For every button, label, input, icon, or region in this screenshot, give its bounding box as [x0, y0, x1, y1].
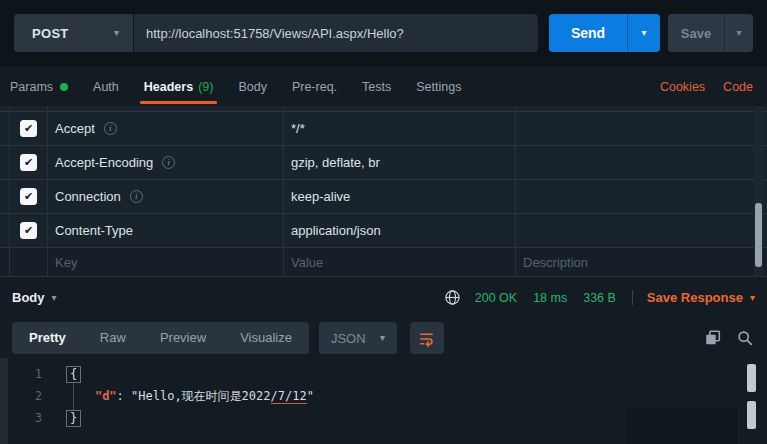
status-badge[interactable]: 200 OK [475, 291, 517, 305]
column-divider [283, 106, 284, 277]
url-text: http://localhost:51758/Views/API.aspx/He… [146, 26, 404, 41]
wrap-lines-button[interactable] [410, 322, 444, 354]
tab-label: Headers [144, 80, 193, 94]
response-section-select[interactable]: Body ▾ [12, 290, 57, 305]
save-response-button[interactable]: Save Response ▾ [647, 290, 755, 305]
row-checkbox[interactable]: ✔ [20, 222, 37, 239]
tab-settings[interactable]: Settings [416, 70, 461, 104]
code-line: 1 { [0, 363, 740, 385]
table-row[interactable]: ✔ Connectioni keep-alive [0, 180, 767, 214]
json-value: "Hello,现在时间是2022 [131, 389, 270, 403]
code-line: 2 "d": "Hello,现在时间是2022/7/12" [0, 385, 740, 407]
tab-label: Auth [93, 80, 119, 94]
column-divider [515, 106, 516, 277]
response-body-editor[interactable]: 1 { 2 "d": "Hello,现在时间是2022/7/12" 3 } [0, 358, 767, 444]
tab-label: Settings [416, 80, 461, 94]
tab-body[interactable]: Body [238, 70, 267, 104]
header-value[interactable]: gzip, deflate, br [291, 146, 380, 179]
url-input[interactable]: http://localhost:51758/Views/API.aspx/He… [134, 14, 538, 52]
headers-count-badge: (9) [198, 80, 213, 94]
save-response-label: Save Response [647, 290, 743, 305]
response-view-tabs: Pretty Raw Preview Visualize [12, 322, 309, 354]
description-placeholder[interactable]: Description [523, 248, 588, 276]
view-visualize[interactable]: Visualize [223, 322, 309, 354]
save-options-button[interactable]: ▾ [724, 14, 753, 52]
tab-label: Params [10, 80, 53, 94]
response-size[interactable]: 336 B [583, 291, 616, 305]
check-icon: ✔ [24, 225, 33, 236]
json-value-link[interactable]: /7/12 [271, 389, 307, 404]
chevron-down-icon: ▾ [114, 28, 119, 38]
api-client-window: POST ▾ http://localhost:51758/Views/API.… [0, 0, 767, 444]
code-link[interactable]: Code [723, 80, 753, 94]
line-number: 3 [0, 411, 42, 425]
search-icon[interactable] [737, 330, 753, 346]
table-scrollbar[interactable] [754, 106, 763, 277]
close-brace: } [66, 410, 81, 427]
check-icon: ✔ [24, 191, 33, 202]
chevron-down-icon: ▾ [736, 28, 741, 38]
header-key[interactable]: Accept-Encoding [55, 155, 153, 170]
send-button[interactable]: Send [549, 14, 627, 52]
info-icon: i [104, 122, 117, 135]
row-checkbox[interactable]: ✔ [20, 120, 37, 137]
request-bar: POST ▾ http://localhost:51758/Views/API.… [0, 0, 767, 66]
method-select[interactable]: POST ▾ [14, 14, 133, 52]
json-value-end: " [307, 389, 314, 403]
scrollbar-thumb[interactable] [747, 401, 756, 429]
params-enabled-dot [60, 83, 68, 91]
header-key[interactable]: Content-Type [55, 223, 133, 238]
chevron-down-icon: ▾ [750, 293, 755, 303]
network-globe-icon[interactable] [444, 289, 461, 306]
check-icon: ✔ [24, 123, 33, 134]
info-icon: i [130, 190, 143, 203]
header-key[interactable]: Accept [55, 121, 95, 136]
format-select[interactable]: JSON ▾ [319, 322, 397, 354]
tab-tests[interactable]: Tests [362, 70, 391, 104]
headers-table: ✔ Accepti */* ✔ Accept-Encodingi gzip, d… [0, 106, 767, 277]
tab-pre-req[interactable]: Pre-req. [292, 70, 337, 104]
response-meta-bar: Body ▾ 200 OK 18 ms 336 B Save Response … [0, 277, 767, 318]
view-preview[interactable]: Preview [143, 322, 223, 354]
column-divider [47, 106, 48, 277]
row-checkbox[interactable]: ✔ [20, 188, 37, 205]
copy-icon[interactable] [705, 330, 721, 346]
method-label: POST [32, 26, 69, 41]
view-raw[interactable]: Raw [83, 322, 143, 354]
scrollbar-thumb[interactable] [747, 364, 756, 392]
tab-label: Body [238, 80, 267, 94]
table-row[interactable]: ✔ Accept-Encodingi gzip, deflate, br [0, 146, 767, 180]
header-value[interactable]: application/json [291, 214, 381, 247]
chevron-down-icon: ▾ [641, 28, 646, 38]
view-pretty[interactable]: Pretty [12, 322, 83, 354]
format-label: JSON [331, 331, 366, 346]
tab-headers[interactable]: Headers (9) [144, 70, 214, 104]
header-value[interactable]: */* [291, 112, 305, 145]
line-number: 1 [0, 367, 42, 381]
info-icon: i [162, 156, 175, 169]
table-row[interactable]: ✔ Content-Type application/json [0, 214, 767, 248]
tab-params[interactable]: Params [10, 70, 68, 104]
key-placeholder[interactable]: Key [55, 255, 77, 270]
row-checkbox[interactable]: ✔ [20, 154, 37, 171]
send-options-button[interactable]: ▾ [627, 14, 660, 52]
value-placeholder[interactable]: Value [291, 248, 323, 276]
save-button[interactable]: Save [668, 14, 724, 52]
response-time[interactable]: 18 ms [533, 291, 567, 305]
dark-overlay-region [627, 408, 737, 444]
divider [632, 290, 633, 305]
wrap-text-icon [418, 330, 435, 347]
json-key: "d" [95, 389, 117, 403]
response-section-label: Body [12, 290, 45, 305]
cookies-link[interactable]: Cookies [660, 80, 705, 94]
new-header-row[interactable]: Key Value Description [0, 248, 767, 277]
header-value[interactable]: keep-alive [291, 180, 350, 213]
tab-auth[interactable]: Auth [93, 70, 119, 104]
response-toolbar: Pretty Raw Preview Visualize JSON ▾ [0, 318, 767, 358]
scrollbar-thumb[interactable] [755, 203, 762, 267]
send-button-group: Send ▾ [549, 14, 660, 52]
check-icon: ✔ [24, 157, 33, 168]
header-key[interactable]: Connection [55, 189, 121, 204]
table-row[interactable]: ✔ Accepti */* [0, 112, 767, 146]
json-separator: : [117, 389, 131, 403]
